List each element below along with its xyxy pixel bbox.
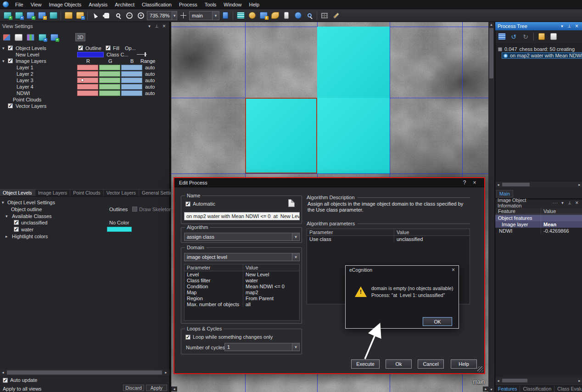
number-of-cycles-input[interactable]: 1: [224, 343, 300, 351]
chevron-down-icon[interactable]: [292, 253, 299, 261]
outline-checkbox[interactable]: [78, 45, 83, 50]
table-row[interactable]: Max. number of objectsall: [185, 301, 299, 307]
redo-icon[interactable]: [520, 31, 531, 42]
discard-button[interactable]: Discard: [123, 385, 144, 391]
unclassified-checkbox[interactable]: [14, 220, 19, 225]
tree-item-image-layers[interactable]: Image Layers: [16, 58, 46, 64]
class-color-swatch[interactable]: [77, 52, 104, 57]
scroll-thumb[interactable]: [502, 379, 527, 382]
panel-menu-icon[interactable]: [146, 24, 152, 28]
zoom-level-select[interactable]: 735.78%: [147, 11, 177, 20]
grid-icon[interactable]: [319, 10, 330, 21]
feature-column-header[interactable]: Feature: [495, 208, 541, 214]
tree-item-object-levels[interactable]: Object Levels: [16, 45, 46, 51]
value-column-header[interactable]: Value: [394, 230, 470, 235]
loop-while-control[interactable]: Loop while something changes only: [185, 334, 273, 340]
ioi-subgroup-row[interactable]: Image layer Mean: [495, 221, 582, 228]
process-profiler-icon[interactable]: [548, 31, 559, 42]
scroll-down-icon[interactable]: [488, 387, 494, 392]
scroll-right-icon[interactable]: [576, 182, 582, 187]
image-layers-checkbox[interactable]: [8, 58, 13, 63]
tree-item-ndwi[interactable]: NDWI: [17, 90, 30, 96]
fill-checkbox[interactable]: [106, 45, 111, 50]
expander-icon[interactable]: [2, 45, 6, 51]
tree-item-layer3[interactable]: Layer 3: [17, 77, 34, 84]
water-object[interactable]: [317, 98, 390, 174]
menu-architect[interactable]: Architect: [111, 1, 138, 8]
zoom-select-icon[interactable]: [112, 10, 123, 21]
scroll-up-icon[interactable]: [488, 22, 494, 27]
undo-icon[interactable]: [508, 31, 519, 42]
edit-process-titlebar[interactable]: Edit Process: [174, 178, 484, 187]
dialog-close-icon[interactable]: [470, 179, 480, 186]
value-column-header[interactable]: Value: [243, 265, 299, 270]
save-project-icon[interactable]: +: [25, 10, 36, 21]
process-tree-tab-main[interactable]: Main: [496, 190, 513, 197]
process-snippets-icon[interactable]: [536, 31, 547, 42]
ndwi-blue-cell[interactable]: [121, 90, 142, 96]
ndwi-range[interactable]: auto: [145, 90, 155, 96]
ioi-group-row[interactable]: Object features: [495, 215, 582, 221]
expander-icon[interactable]: [6, 213, 10, 219]
unclassified-label[interactable]: unclassified: [21, 219, 47, 226]
menu-view[interactable]: View: [27, 1, 45, 8]
scroll-right-icon[interactable]: [163, 370, 169, 375]
process-tree-hscrollbar[interactable]: [495, 182, 582, 187]
layer3-range[interactable]: auto: [145, 77, 155, 84]
tab-image-layers[interactable]: Image Layers: [35, 190, 71, 196]
single-layer-icon[interactable]: +: [37, 32, 48, 43]
zoom-in-icon[interactable]: [135, 10, 146, 21]
parameter-column-header[interactable]: Parameter: [307, 229, 394, 235]
layer4-green-cell[interactable]: [99, 84, 120, 90]
domain-select[interactable]: image object level: [184, 253, 300, 261]
expander-icon[interactable]: [2, 200, 6, 205]
water-checkbox[interactable]: [14, 227, 19, 232]
viewer-vscrollbar[interactable]: [488, 22, 494, 392]
chevron-down-icon[interactable]: [292, 343, 299, 351]
layer3-green-cell[interactable]: [99, 78, 120, 83]
ioi-feature-row[interactable]: NDWI -0.4269866: [495, 228, 582, 234]
results-view-icon[interactable]: [269, 10, 280, 21]
ok-button[interactable]: Ok: [386, 359, 412, 369]
layer1-blue-cell[interactable]: [121, 65, 142, 70]
scroll-right-icon[interactable]: [576, 378, 582, 383]
layer1-green-cell[interactable]: [99, 65, 120, 70]
view-settings-icon[interactable]: [1, 32, 12, 43]
layer2-red-cell[interactable]: [77, 71, 98, 77]
process-name-input[interactable]: on map2 water with Mean NDWI <= 0 at New…: [184, 212, 300, 220]
layer2-green-cell[interactable]: [99, 71, 120, 77]
tree-item-point-clouds[interactable]: Point Clouds: [13, 96, 41, 103]
menu-analysis[interactable]: Analysis: [85, 1, 111, 8]
menu-help[interactable]: Help: [245, 1, 263, 8]
object-levels-checkbox[interactable]: [8, 45, 13, 50]
tab-object-levels[interactable]: Object Levels: [0, 190, 35, 196]
export-data-icon[interactable]: +: [74, 10, 85, 21]
scroll-thumb[interactable]: [489, 28, 493, 78]
layer3-blue-cell[interactable]: [121, 78, 142, 83]
class-legend-icon[interactable]: [246, 10, 257, 21]
alert-titlebar[interactable]: eCognition: [346, 266, 459, 274]
feature-view-icon[interactable]: f: [258, 10, 269, 21]
chevron-down-icon[interactable]: [292, 233, 299, 241]
viewer-scroll-right-icon[interactable]: [483, 386, 488, 392]
chevron-down-icon[interactable]: [212, 11, 219, 20]
recenter-icon[interactable]: [178, 10, 189, 21]
outlines-value[interactable]: Outlines: [109, 206, 128, 213]
pin-icon[interactable]: [567, 201, 573, 205]
expander-icon[interactable]: [2, 58, 6, 64]
options-icon[interactable]: [553, 201, 559, 205]
close-icon[interactable]: [574, 200, 580, 206]
resize-grip[interactable]: [477, 366, 483, 372]
add-view-icon[interactable]: +: [49, 32, 60, 43]
3d-view-button[interactable]: 3D: [75, 33, 85, 41]
menu-window[interactable]: Window: [220, 1, 245, 8]
manual-edit-icon[interactable]: [330, 10, 341, 21]
zoom-out-icon[interactable]: [124, 10, 135, 21]
water-color-swatch[interactable]: [107, 227, 132, 232]
loop-while-checkbox[interactable]: [185, 335, 190, 340]
ndwi-red-cell[interactable]: [77, 90, 98, 96]
scroll-left-icon[interactable]: [495, 378, 501, 383]
open-workspace-icon[interactable]: +: [2, 10, 13, 21]
selected-water-object[interactable]: [245, 98, 317, 174]
select-cursor-icon[interactable]: [90, 10, 101, 21]
